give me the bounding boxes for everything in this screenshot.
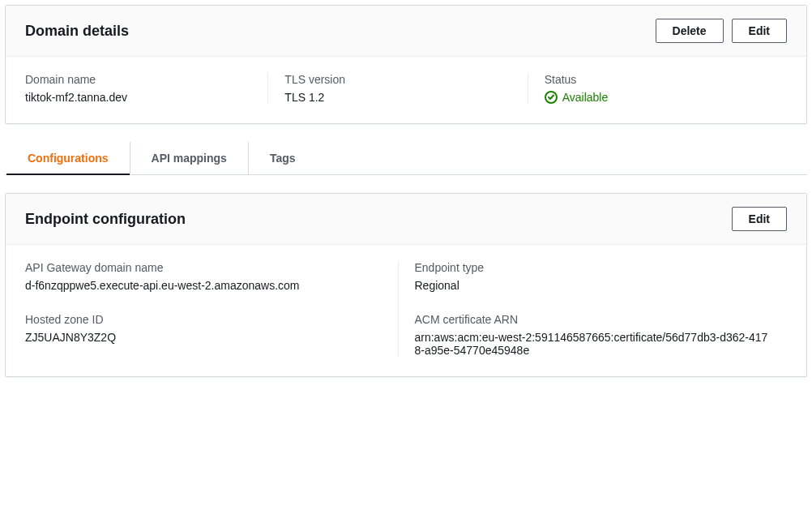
endpoint-config-title: Endpoint configuration bbox=[25, 211, 186, 228]
api-gateway-domain-field: API Gateway domain name d-f6nzqppwe5.exe… bbox=[25, 261, 382, 292]
endpoint-type-field: Endpoint type Regional bbox=[415, 261, 771, 292]
domain-name-value: tiktok-mf2.tanna.dev bbox=[25, 91, 251, 104]
tab-api-mappings[interactable]: API mappings bbox=[130, 142, 249, 174]
domain-name-field: Domain name tiktok-mf2.tanna.dev bbox=[25, 73, 267, 104]
endpoint-config-header: Endpoint configuration Edit bbox=[6, 194, 806, 245]
domain-details-title: Domain details bbox=[25, 23, 129, 40]
hosted-zone-id-label: Hosted zone ID bbox=[25, 313, 382, 326]
endpoint-config-actions: Edit bbox=[732, 207, 787, 231]
tab-tags[interactable]: Tags bbox=[249, 142, 317, 174]
tls-version-field: TLS version TLS 1.2 bbox=[267, 73, 527, 104]
delete-button[interactable]: Delete bbox=[656, 19, 724, 43]
acm-arn-field: ACM certificate ARN arn:aws:acm:eu-west-… bbox=[415, 313, 771, 357]
endpoint-edit-button[interactable]: Edit bbox=[732, 207, 787, 231]
tabs: Configurations API mappings Tags bbox=[5, 142, 807, 175]
domain-details-header: Domain details Delete Edit bbox=[6, 6, 806, 57]
tab-configurations[interactable]: Configurations bbox=[6, 142, 130, 174]
tls-version-value: TLS 1.2 bbox=[284, 91, 511, 104]
api-gateway-domain-label: API Gateway domain name bbox=[25, 261, 382, 274]
domain-name-label: Domain name bbox=[25, 73, 251, 86]
endpoint-type-value: Regional bbox=[415, 279, 771, 292]
endpoint-config-body: API Gateway domain name d-f6nzqppwe5.exe… bbox=[6, 245, 806, 376]
domain-details-actions: Delete Edit bbox=[656, 19, 787, 43]
domain-details-body: Domain name tiktok-mf2.tanna.dev TLS ver… bbox=[6, 57, 806, 123]
hosted-zone-id-field: Hosted zone ID ZJ5UAJN8Y3Z2Q bbox=[25, 313, 382, 344]
check-circle-icon bbox=[545, 91, 558, 104]
edit-button[interactable]: Edit bbox=[732, 19, 787, 43]
status-field: Status Available bbox=[528, 73, 787, 104]
tls-version-label: TLS version bbox=[284, 73, 511, 86]
api-gateway-domain-value: d-f6nzqppwe5.execute-api.eu-west-2.amazo… bbox=[25, 279, 382, 292]
domain-details-card: Domain details Delete Edit Domain name t… bbox=[5, 5, 807, 124]
status-value: Available bbox=[562, 91, 609, 104]
status-label: Status bbox=[545, 73, 771, 86]
endpoint-config-card: Endpoint configuration Edit API Gateway … bbox=[5, 193, 807, 377]
acm-arn-label: ACM certificate ARN bbox=[415, 313, 771, 326]
endpoint-type-label: Endpoint type bbox=[415, 261, 771, 274]
acm-arn-value: arn:aws:acm:eu-west-2:591146587665:certi… bbox=[415, 331, 771, 357]
hosted-zone-id-value: ZJ5UAJN8Y3Z2Q bbox=[25, 331, 382, 344]
